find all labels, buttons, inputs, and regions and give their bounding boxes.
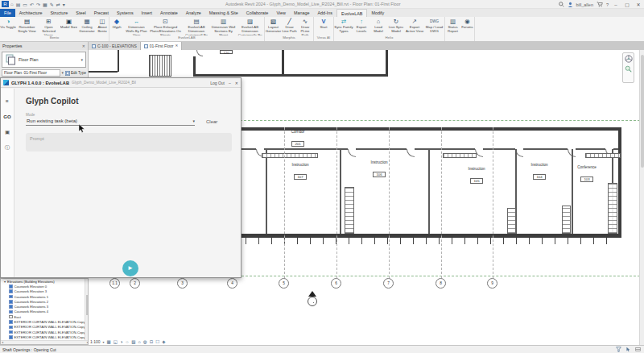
draw-line-path-button[interactable]: ╱Draw Line Path [282, 17, 297, 35]
shadows-icon[interactable]: ☼ [125, 339, 129, 344]
type-selector[interactable]: Floor Plan ▾ [2, 52, 86, 68]
tab-add-ins[interactable]: Add-Ins [313, 9, 336, 17]
glyph-button[interactable]: ◈Glyph [109, 17, 124, 35]
checked-checkbox[interactable] [9, 305, 13, 309]
wall-segment[interactable] [118, 50, 119, 72]
analytical-model-icon[interactable]: ◈ [162, 339, 165, 344]
search-icon[interactable] [559, 2, 564, 7]
tree-item[interactable]: EXTERIOR CURTAIN WALL ELEVATION-Copy17 [1, 319, 88, 324]
grid-line[interactable] [441, 127, 442, 278]
tree-vertical-scrollbar[interactable] [85, 279, 88, 342]
tab-systems[interactable]: Systems [113, 9, 138, 17]
partition-wall[interactable] [572, 149, 573, 234]
about-bento-button[interactable]: ◫About Bento [96, 17, 109, 35]
home-icon[interactable]: ⌂ [10, 2, 14, 6]
grid-bubble[interactable]: 3 [177, 278, 188, 289]
tree-horizontal-scrollbar[interactable]: ◂▸ [1, 340, 89, 344]
load-model-button[interactable]: ⌂Load Model [369, 17, 387, 35]
grid-bubble[interactable]: 9 [487, 278, 497, 289]
tab-view[interactable]: View [272, 9, 290, 17]
scale-dropdown-icon[interactable]: ▾ [103, 340, 105, 344]
room-tag-106[interactable]: Instruction106 [359, 160, 399, 179]
tab-architecture[interactable]: Architecture [15, 9, 47, 17]
prompt-input[interactable]: Prompt [26, 133, 232, 152]
open-icon[interactable]: ▤ [16, 2, 21, 7]
window-panel-icon[interactable]: ▣ [5, 129, 10, 135]
filter-icon[interactable] [616, 347, 621, 352]
export-levels-button[interactable]: ↑Export Levels [353, 17, 369, 35]
view-tab-elevations[interactable]: C-100 - ELEVATIONS [89, 42, 141, 50]
view-tab-first-floor[interactable]: 01-First Floor✕ [141, 42, 183, 50]
tab-massing-site[interactable]: Massing & Site [205, 9, 242, 17]
signed-in-user[interactable]: bill_allen [576, 2, 593, 7]
checked-checkbox[interactable] [9, 284, 13, 289]
visual-style-icon[interactable]: ◱ [114, 339, 118, 344]
select-elements-icon[interactable] [625, 347, 631, 352]
glyph-close-icon[interactable]: ✕ [235, 81, 238, 85]
sync-family-types-button[interactable]: ⇄Sync Family Types [334, 17, 353, 35]
tab-collaborate[interactable]: Collaborate [242, 9, 273, 17]
casework[interactable] [507, 208, 516, 234]
tab-insert[interactable]: Insert [138, 9, 156, 17]
live-sync-model-button[interactable]: ↻Live Sync Model [387, 17, 405, 35]
view-tab-close-icon[interactable]: ✕ [175, 42, 178, 50]
instance-dropdown-icon[interactable]: ▾ [62, 71, 64, 75]
undo-icon[interactable]: ↶ [30, 2, 34, 7]
run-play-button[interactable]: ► [122, 260, 138, 276]
grid-bubble[interactable]: 2 [130, 278, 140, 289]
steering-wheel-icon[interactable] [625, 55, 633, 63]
glyph-minimize-icon[interactable]: – [229, 81, 231, 85]
place-enlarged-plans-button[interactable]: ⊡Place Enlarged Plans/Elevations On Shee… [149, 17, 182, 35]
tab-steel[interactable]: Steel [72, 9, 89, 17]
checked-checkbox[interactable] [9, 310, 13, 314]
tab-modify[interactable]: Modify [367, 9, 388, 17]
tree-item[interactable]: EXTERIOR CURTAIN WALL ELEVATION-Copy19 [1, 330, 88, 334]
grid-line[interactable] [389, 127, 390, 278]
wall-segment[interactable] [282, 50, 284, 75]
tasks-menu-icon[interactable]: ≡ [6, 98, 9, 105]
map-load-dwg-button[interactable]: DWGMap / Load DWG [424, 17, 444, 35]
grid-bubble[interactable]: 5 [279, 278, 289, 289]
tab-file[interactable]: File [0, 9, 15, 17]
open-selected-views-button[interactable]: ⊞Open Selected Views [38, 17, 60, 35]
room-tag-103[interactable]: Conference103 [567, 165, 607, 184]
grid-line[interactable] [284, 127, 285, 278]
room-tag-105[interactable]: Instruction105 [456, 167, 497, 185]
tab-structure[interactable]: Structure [46, 9, 72, 17]
temporary-view-properties-icon[interactable]: ☐ [155, 339, 159, 344]
info-icon[interactable]: ⓘ [5, 144, 10, 151]
dimension-curtainwalls-by-sheet-button[interactable]: ▨EvolveLAB Dimension Curtainwalls By She… [236, 17, 264, 35]
checked-checkbox[interactable] [9, 335, 13, 339]
green-dashed-line[interactable] [240, 120, 644, 121]
draw-pline-path-button[interactable]: ∿Draw PLine Path [297, 17, 313, 35]
status-report-button[interactable]: ▥Status Report [445, 17, 460, 35]
grid-bubble[interactable]: 8 [436, 278, 446, 289]
help-icon[interactable]: ? [606, 2, 609, 7]
tree-item[interactable]: EXTERIOR CURTAIN WALL ELEVATION-Copy20 [1, 334, 88, 339]
redo-icon[interactable]: ↷ [36, 2, 40, 7]
qat-customize-icon[interactable]: ▾ [63, 2, 65, 7]
properties-close-icon[interactable]: ✕ [82, 44, 85, 48]
exterior-wall-east[interactable] [618, 127, 621, 238]
casework[interactable] [262, 153, 318, 158]
dimension-walls-by-plan-view-button[interactable]: ↔Dimension Walls By Plan View [124, 17, 149, 35]
partition-wall[interactable] [340, 149, 341, 234]
restore-button[interactable]: ▢ [623, 2, 631, 7]
renumber-single-view-button[interactable]: ▤Renumber Single View [16, 17, 38, 35]
reveal-hidden-elements-icon[interactable]: ⊡ [150, 339, 154, 344]
room-tag-104[interactable]: Instruction104 [519, 163, 559, 181]
glyph-window-titlebar[interactable]: GLYPH 1.4.0.0 : EvolveLAB Glyph_Demo_Mod… [1, 78, 241, 88]
view-scale-control[interactable]: 1:100 [90, 339, 101, 344]
casework[interactable] [443, 153, 477, 158]
checked-checkbox[interactable] [9, 320, 13, 324]
mode-select[interactable]: Run existing task (beta) ▾ [26, 117, 195, 126]
checked-checkbox[interactable] [9, 295, 13, 299]
show-crop-region-icon[interactable]: ⌂ [138, 339, 141, 344]
measure-icon[interactable]: ✎ [50, 2, 54, 7]
tab-evolvelab[interactable]: EvolveLAB [336, 9, 367, 17]
sync-icon[interactable]: ⇄ [56, 2, 60, 7]
tab-annotate[interactable]: Annotate [156, 9, 182, 17]
temporary-hide-isolate-icon[interactable]: ◍ [143, 339, 147, 344]
save-icon[interactable]: ▭ [23, 2, 27, 7]
unchecked-checkbox[interactable] [9, 315, 13, 319]
